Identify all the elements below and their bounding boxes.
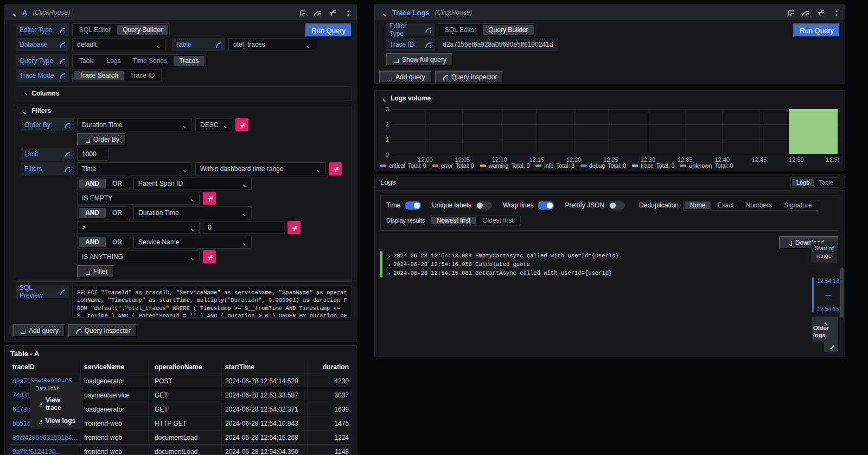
filters-section-header[interactable]: Filters (16, 105, 352, 116)
info-icon[interactable] (59, 72, 65, 79)
editor-type-query-builder[interactable]: Query Builder (117, 25, 168, 35)
info-icon[interactable] (63, 122, 70, 128)
query-row-header[interactable]: A (ClickHouse) (5, 5, 356, 20)
legend-item-trace[interactable]: trace Total: 0 (632, 162, 674, 169)
dedup-exact[interactable]: Exact (712, 201, 739, 209)
log-line[interactable]: 2024-06-28 12:54:16.956 Calculated quote (380, 260, 839, 269)
query-row-header[interactable]: Trace Logs (ClickHouse) (375, 5, 845, 20)
legend-item-error[interactable]: error Total: 0 (432, 162, 474, 169)
query-type-table[interactable]: Table (74, 56, 100, 66)
view-logs-menu-item[interactable]: View logs (30, 414, 83, 427)
older-logs-button[interactable]: Older logs (812, 317, 838, 342)
duplicate-query-icon[interactable] (786, 9, 794, 16)
database-select[interactable]: default (72, 38, 165, 51)
filter1-or[interactable]: OR (106, 179, 129, 188)
info-icon[interactable] (63, 166, 70, 172)
info-icon[interactable] (63, 151, 70, 157)
collapse-chevron-icon[interactable] (10, 9, 17, 16)
hide-query-icon[interactable] (801, 9, 809, 16)
query-type-time-series[interactable]: Time Series (127, 56, 173, 66)
info-icon[interactable] (59, 41, 65, 48)
trace-mode-trace-id[interactable]: Trace ID (125, 71, 161, 80)
filter-time-field-select[interactable]: Time (77, 162, 192, 175)
scroll-to-top-button[interactable] (824, 339, 838, 352)
columns-section-header[interactable]: Columns (16, 87, 352, 100)
order-by-field-select[interactable]: Duration Time (77, 118, 192, 131)
log-line[interactable]: 2024-06-28 12:54:15.081 GetCartAsync cal… (380, 269, 839, 277)
filter-time-range-select[interactable]: Within dashboard time range (195, 162, 326, 175)
filter2-operator-select[interactable]: > (77, 221, 200, 234)
legend-item-warning[interactable]: warning Total: 0 (480, 162, 530, 169)
filter1-and[interactable]: AND (79, 179, 106, 188)
filter2-field-select[interactable]: Duration Time (133, 206, 252, 219)
filter2-or[interactable]: OR (106, 208, 129, 218)
info-icon[interactable] (424, 27, 431, 33)
legend-item-info[interactable]: info Total: 3 (535, 162, 575, 169)
remove-query-icon[interactable] (328, 9, 336, 16)
remove-filter2-button[interactable] (288, 221, 301, 234)
trace-id-link[interactable]: 89cf4286e631591b4... (9, 431, 81, 444)
filter2-value-input[interactable]: 0 (203, 221, 284, 234)
show-full-query-button[interactable]: Show full query (386, 53, 453, 66)
limit-input[interactable]: 1000 (77, 148, 108, 161)
dedup-numbers[interactable]: Numbers (741, 201, 778, 209)
filter3-or[interactable]: OR (106, 237, 129, 247)
log-line[interactable]: 2024-06-28 12:54:18.004 EmptyCartAsync c… (380, 251, 839, 260)
dedup-none[interactable]: None (685, 201, 711, 209)
view-table-option[interactable]: Table (815, 179, 838, 186)
collapse-chevron-icon[interactable] (380, 9, 387, 16)
remove-query-icon[interactable] (816, 9, 824, 16)
dedup-signature[interactable]: Signature (778, 201, 817, 209)
legend-item-critical[interactable]: critical Total: 0 (380, 162, 426, 169)
filter3-and[interactable]: AND (79, 237, 106, 247)
info-icon[interactable] (424, 41, 431, 48)
newest-first-option[interactable]: Newest first (431, 217, 476, 224)
remove-order-by-button[interactable] (235, 118, 248, 131)
expand-row-icon[interactable] (385, 270, 390, 276)
query-type-traces[interactable]: Traces (174, 56, 204, 66)
add-query-button[interactable]: Add query (12, 324, 65, 337)
editor-type-sql-editor[interactable]: SQL Editor (74, 25, 116, 35)
col-servicename[interactable]: serviceName (81, 361, 151, 374)
editor-type-sql-editor[interactable]: SQL Editor (439, 25, 482, 35)
trace-id-input[interactable]: d2a7155ef6a928a05680e5ff6190241d (438, 38, 558, 51)
col-operationname[interactable]: operationName (151, 361, 222, 374)
remove-filter1-button[interactable] (203, 192, 216, 205)
query-inspector-button[interactable]: Query inspector (68, 324, 137, 337)
drag-handle-icon[interactable] (832, 9, 839, 16)
add-query-button[interactable]: Add query (379, 71, 432, 84)
hide-query-icon[interactable] (313, 9, 321, 16)
filter2-and[interactable]: AND (79, 208, 106, 218)
filter3-field-select[interactable]: Service Name (133, 236, 252, 249)
unique-labels-toggle[interactable] (476, 201, 492, 210)
filter1-operator-select[interactable]: IS EMPTY (77, 192, 200, 205)
scrollbar[interactable] (840, 268, 844, 318)
editor-type-query-builder[interactable]: Query Builder (483, 25, 533, 35)
add-filter-button[interactable]: Filter (77, 265, 114, 278)
query-type-logs[interactable]: Logs (101, 56, 126, 66)
table-select[interactable]: otel_traces (228, 38, 315, 51)
filter1-field-select[interactable]: Parent Span ID (133, 177, 252, 190)
expand-row-icon[interactable] (385, 262, 390, 267)
expand-row-icon[interactable] (385, 253, 390, 258)
col-traceid[interactable]: traceID (9, 361, 81, 374)
query-inspector-button[interactable]: Query inspector (435, 71, 504, 84)
col-starttime[interactable]: startTime (222, 361, 308, 374)
trace-id-link[interactable]: 9a7fcf6124190... (9, 445, 81, 455)
view-logs-option[interactable]: Logs (792, 179, 814, 186)
info-icon[interactable] (59, 58, 65, 64)
remove-filter3-button[interactable] (203, 250, 216, 263)
log-navigation-rail[interactable]: 12:54:18 — 12:54:15 (812, 277, 839, 312)
legend-item-debug[interactable]: debug Total: 0 (580, 162, 626, 169)
info-logs-bar[interactable] (789, 109, 838, 154)
add-order-by-button[interactable]: Order By (77, 133, 126, 146)
order-by-direction-select[interactable]: DESC (195, 118, 232, 131)
oldest-first-option[interactable]: Oldest first (477, 217, 519, 224)
drag-handle-icon[interactable] (343, 9, 351, 16)
col-duration[interactable]: duration (308, 361, 352, 374)
filter3-operator-select[interactable]: IS ANYTHING (77, 250, 200, 263)
legend-item-unknown[interactable]: unknown Total: 0 (680, 162, 733, 169)
run-query-button[interactable]: Run Query (305, 23, 352, 37)
remove-time-filter-button[interactable] (329, 162, 342, 175)
trace-mode-trace-search[interactable]: Trace Search (74, 71, 124, 80)
